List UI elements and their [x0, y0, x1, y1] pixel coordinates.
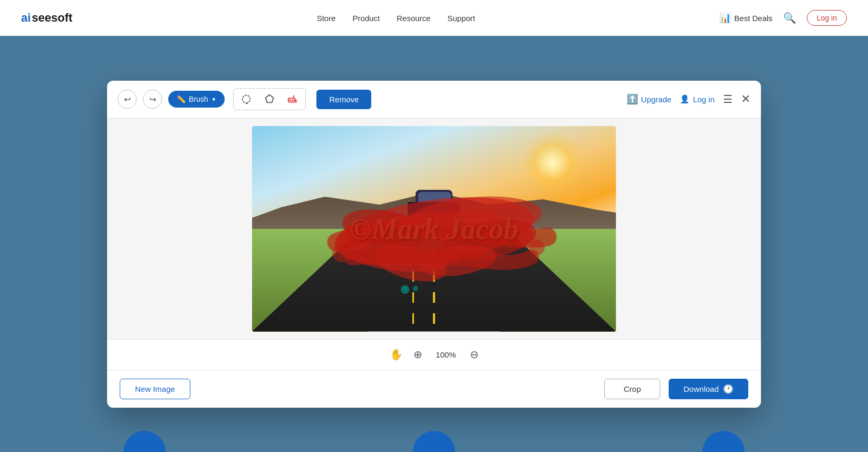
main-area: ↩ ↪ ✏️ Brush ▼ — [0, 36, 868, 452]
logo-ai-text: ai — [21, 11, 31, 25]
sun-glow — [521, 131, 584, 195]
redo-button[interactable]: ↪ — [143, 90, 162, 109]
zoom-controls: ✋ ⊕ 100% ⊖ — [107, 339, 761, 370]
watermark-text: ©Mark Jacob — [350, 212, 518, 246]
tool-group — [233, 88, 306, 110]
nav-links: Store Product Resource Support — [317, 14, 475, 23]
footer-bar: New Image Crop Download 🕐 — [107, 370, 761, 408]
canvas-area: ©Mark Jacob — [107, 119, 761, 339]
bottom-circle-left — [123, 431, 166, 452]
app-window: ↩ ↪ ✏️ Brush ▼ — [107, 81, 761, 408]
brush-icon: ✏️ — [177, 95, 186, 103]
nav-store[interactable]: Store — [317, 14, 336, 23]
upgrade-button[interactable]: ⬆️ Upgrade — [626, 93, 672, 105]
chevron-down-icon: ▼ — [211, 97, 217, 102]
footer-right: Crop Download 🕐 — [604, 379, 748, 399]
toolbar: ↩ ↪ ✏️ Brush ▼ — [107, 81, 761, 119]
download-label: Download — [683, 384, 719, 393]
logo: aiseesoft — [21, 11, 72, 25]
close-icon[interactable]: ✕ — [741, 92, 750, 106]
login-tool-label: Log in — [693, 95, 715, 104]
nav-product[interactable]: Product — [353, 14, 380, 23]
new-image-button[interactable]: New Image — [120, 379, 190, 399]
pan-icon[interactable]: ✋ — [390, 348, 403, 361]
navbar: aiseesoft Store Product Resource Support… — [0, 0, 868, 36]
lasso-tool[interactable] — [238, 91, 255, 108]
brush-label: Brush — [189, 95, 208, 103]
best-deals[interactable]: 📊 Best Deals — [719, 12, 773, 24]
login-tool-button[interactable]: 👤 Log in — [680, 94, 715, 104]
zoom-in-icon[interactable]: ⊕ — [413, 348, 422, 361]
bottom-circle-center — [413, 431, 455, 452]
polygon-tool[interactable] — [261, 91, 278, 108]
download-button[interactable]: Download 🕐 — [669, 379, 748, 399]
image-container: ©Mark Jacob — [252, 126, 616, 332]
undo-button[interactable]: ↩ — [118, 90, 137, 109]
deals-icon: 📊 — [719, 12, 731, 24]
bottom-circles — [0, 426, 868, 452]
user-icon: 👤 — [680, 94, 690, 104]
best-deals-label: Best Deals — [734, 14, 773, 23]
menu-icon[interactable]: ☰ — [723, 93, 732, 105]
zoom-out-icon[interactable]: ⊖ — [470, 348, 479, 361]
upgrade-label: Upgrade — [641, 95, 672, 104]
search-icon[interactable]: 🔍 — [783, 12, 796, 24]
clock-icon: 🕐 — [723, 384, 734, 394]
bottom-circle-right — [702, 431, 745, 452]
crop-button[interactable]: Crop — [604, 379, 661, 399]
upgrade-icon: ⬆️ — [626, 93, 638, 105]
login-button-nav[interactable]: Log in — [807, 10, 847, 26]
logo-seesoft-text: seesoft — [32, 11, 72, 25]
nav-right: 📊 Best Deals 🔍 Log in — [719, 10, 847, 26]
nav-support[interactable]: Support — [447, 14, 475, 23]
image-display: ©Mark Jacob — [252, 126, 616, 332]
zoom-percent: 100% — [433, 350, 459, 359]
remove-button[interactable]: Remove — [316, 90, 371, 109]
brush-button[interactable]: ✏️ Brush ▼ — [168, 91, 225, 108]
nav-resource[interactable]: Resource — [397, 14, 430, 23]
eraser-tool[interactable] — [284, 91, 301, 108]
toolbar-right: ⬆️ Upgrade 👤 Log in ☰ ✕ — [626, 92, 750, 106]
